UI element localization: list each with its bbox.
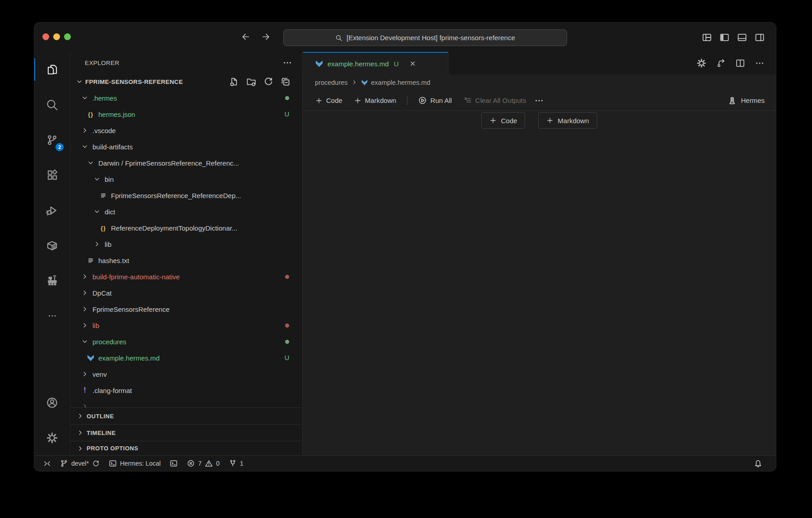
section-outline[interactable]: OUTLINE: [70, 407, 302, 424]
clear-all-outputs-button[interactable]: Clear All Outputs: [460, 97, 530, 105]
chevron-down-icon[interactable]: [93, 176, 101, 183]
notifications-bell[interactable]: [750, 456, 766, 471]
toggle-panel-icon[interactable]: [737, 32, 747, 42]
tree-item-build-fprime-automatic-native[interactable]: build-fprime-automatic-native: [70, 268, 302, 285]
back-arrow-icon[interactable]: [241, 32, 250, 42]
section-timeline[interactable]: TIMELINE: [70, 424, 302, 441]
text-file-icon: [87, 257, 95, 264]
notebook-settings-gear-icon[interactable]: [697, 58, 706, 68]
chevron-right-icon[interactable]: [81, 127, 89, 134]
problems-status[interactable]: 7 0: [183, 456, 223, 471]
terminal-status[interactable]: [166, 456, 181, 471]
activity-source-control[interactable]: 2: [34, 122, 70, 157]
workspace-section-header[interactable]: FPRIME-SENSORS-REFERENCE: [70, 74, 302, 90]
more-actions-icon[interactable]: [755, 58, 765, 68]
tree-item-build-artifacts[interactable]: build-artifacts: [70, 139, 302, 155]
manage-settings-button[interactable]: [34, 420, 70, 455]
minimize-window-button[interactable]: [53, 33, 60, 40]
ports-status[interactable]: 1: [225, 456, 247, 471]
tree-item-example.hermes.md[interactable]: example.hermes.mdU: [70, 350, 302, 366]
tree-item-label: hashes.txt: [98, 257, 129, 264]
extensions-icon: [46, 169, 58, 181]
tree-item-hermes.json[interactable]: {}hermes.jsonU: [70, 106, 302, 122]
tab-example-hermes-md[interactable]: example.hermes.md U: [303, 52, 448, 74]
tree-item-label: procedures: [92, 338, 126, 346]
activity-extensions[interactable]: [34, 157, 70, 193]
insert-code-cell-button[interactable]: Code: [481, 112, 525, 129]
ports-count: 1: [240, 460, 244, 467]
activity-run-debug[interactable]: [34, 193, 70, 228]
activity-search[interactable]: [34, 87, 70, 122]
error-count: 7: [198, 460, 202, 467]
chevron-right-icon[interactable]: [81, 305, 89, 313]
run-all-button[interactable]: Run All: [415, 96, 456, 105]
tree-item-lib[interactable]: lib: [70, 317, 302, 333]
refresh-icon[interactable]: [263, 77, 273, 87]
zoom-window-button[interactable]: [64, 33, 71, 40]
hermes-kernel-status[interactable]: Hermes: Local: [105, 456, 164, 471]
tab-bar: example.hermes.md U: [303, 52, 776, 74]
close-window-button[interactable]: [42, 33, 49, 40]
forward-arrow-icon[interactable]: [261, 32, 271, 42]
tree-item-dpcat[interactable]: DpCat: [70, 285, 302, 301]
tree-item-darwin-fprimesensorsreference-referenc...[interactable]: Darwin / FprimeSensorsReference_Referenc…: [70, 155, 302, 171]
toolbar-more-icon[interactable]: [534, 96, 544, 106]
toggle-secondary-sidebar-icon[interactable]: [755, 32, 765, 42]
tree-item-bin[interactable]: bin: [70, 171, 302, 187]
tree-item-referencedeploymenttopologydictionar...[interactable]: {}ReferenceDeploymentTopologyDictionar..…: [70, 220, 302, 236]
chevron-right-icon[interactable]: [81, 322, 89, 329]
hermes-file-icon: [361, 79, 368, 86]
section-proto-options-label: PROTO OPTIONS: [87, 445, 138, 452]
remote-indicator[interactable]: [40, 456, 55, 471]
new-folder-icon[interactable]: [246, 77, 256, 87]
hermes-kernel-icon: [728, 96, 737, 105]
activity-explorer[interactable]: [34, 52, 70, 87]
tree-item-.hermes[interactable]: .hermes: [70, 90, 302, 106]
chevron-down-icon[interactable]: [87, 159, 95, 166]
activity-more-views[interactable]: [34, 298, 70, 333]
tree-item-procedures[interactable]: procedures: [70, 333, 302, 350]
activity-rover-extension[interactable]: [34, 263, 70, 298]
breadcrumb-folder[interactable]: procedures: [315, 79, 348, 86]
tree-item-venv[interactable]: venv: [70, 366, 302, 382]
close-icon[interactable]: [409, 60, 416, 67]
chevron-right-icon[interactable]: [93, 240, 101, 248]
new-file-icon[interactable]: [229, 77, 239, 87]
chevron-down-icon[interactable]: [81, 143, 89, 150]
text-file-icon: [99, 192, 107, 199]
tree-item-.vscode[interactable]: .vscode: [70, 122, 302, 139]
tree-item-fprimesensorsreference-referencedep...[interactable]: FprimeSensorsReference_ReferenceDep...: [70, 187, 302, 204]
tree-item-.clang-format[interactable]: !.clang-format: [70, 382, 302, 398]
tree-item-lib[interactable]: lib: [70, 236, 302, 252]
chevron-right-icon[interactable]: [81, 403, 89, 407]
tree-item-hashes.txt[interactable]: hashes.txt: [70, 252, 302, 268]
toggle-primary-sidebar-icon[interactable]: [720, 32, 729, 42]
activity-containers[interactable]: [34, 228, 70, 263]
section-proto-options[interactable]: PROTO OPTIONS: [70, 441, 302, 455]
chevron-down-icon[interactable]: [81, 94, 89, 102]
chevron-right-icon[interactable]: [81, 273, 89, 280]
command-center-search[interactable]: [Extension Development Host] fprime-sens…: [283, 29, 567, 46]
add-code-cell-button[interactable]: Code: [312, 97, 346, 104]
split-editor-icon[interactable]: [735, 58, 745, 68]
kernel-picker-button[interactable]: Hermes: [728, 96, 765, 105]
add-markdown-cell-button[interactable]: Markdown: [351, 97, 400, 104]
toolbar-divider: [407, 96, 407, 105]
tree-item-label: FprimeSensorsReference: [92, 305, 170, 313]
insert-markdown-cell-button[interactable]: Markdown: [538, 112, 597, 129]
breadcrumb-file[interactable]: example.hermes.md: [371, 79, 430, 86]
tree-item[interactable]: [70, 398, 302, 407]
chevron-right-icon[interactable]: [81, 289, 89, 296]
collapse-all-icon[interactable]: [281, 77, 291, 87]
explorer-more-actions-icon[interactable]: [282, 58, 292, 68]
tree-item-fprimesensorsreference[interactable]: FprimeSensorsReference: [70, 301, 302, 317]
tree-item-dict[interactable]: dict: [70, 204, 302, 220]
customize-layout-icon[interactable]: [702, 32, 712, 42]
chevron-down-icon[interactable]: [93, 208, 101, 215]
git-branch-icon: [60, 459, 68, 467]
git-branch-status[interactable]: devel*: [56, 456, 103, 471]
chevron-right-icon[interactable]: [81, 370, 89, 378]
account-button[interactable]: [34, 385, 70, 420]
chevron-down-icon[interactable]: [81, 338, 89, 345]
switch-view-icon[interactable]: [716, 58, 726, 68]
